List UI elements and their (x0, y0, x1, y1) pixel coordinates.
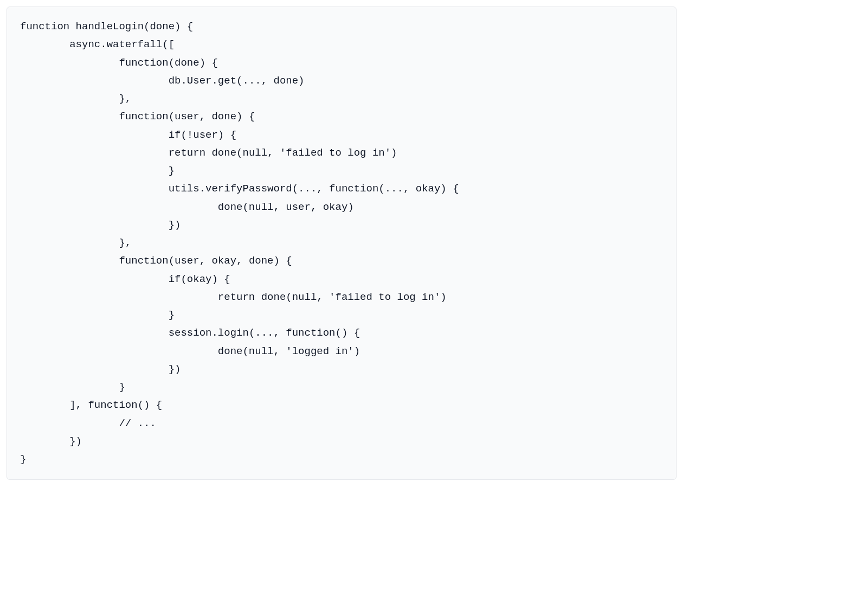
code-content[interactable]: function handleLogin(done) { async.water… (20, 18, 663, 469)
code-block: function handleLogin(done) { async.water… (7, 7, 677, 480)
